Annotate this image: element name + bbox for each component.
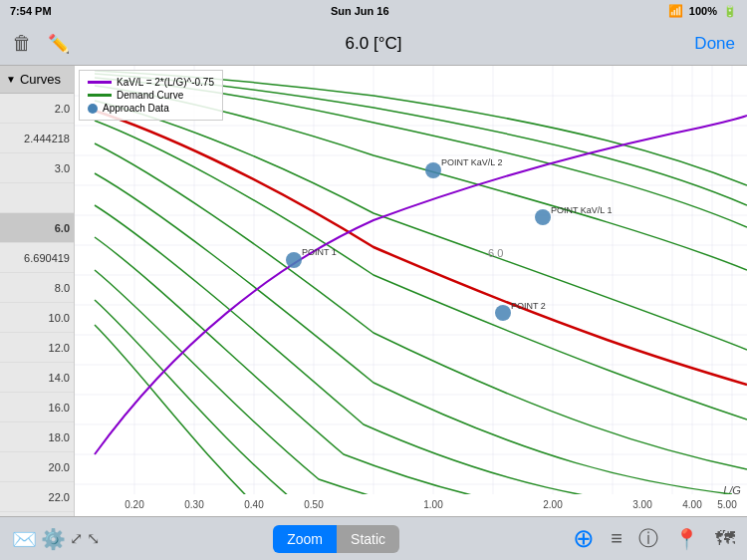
static-button[interactable]: Static xyxy=(337,525,399,553)
sidebar-value-12[interactable]: 20.0 xyxy=(0,452,74,482)
svg-text:0.20: 0.20 xyxy=(124,499,144,510)
toolbar: 🗑 ✏️ 6.0 [°C] Done xyxy=(0,22,747,66)
battery-label: 100% xyxy=(689,5,717,17)
legend-item-demand: Demand Curve xyxy=(88,90,214,101)
svg-text:POINT KaV/L 1: POINT KaV/L 1 xyxy=(551,205,613,215)
legend-line-demand xyxy=(88,94,112,97)
sidebar-value-5[interactable]: 6.690419 xyxy=(0,243,74,273)
sidebar-value-1[interactable]: 2.444218 xyxy=(0,124,74,153)
battery-icon: 🔋 xyxy=(723,5,737,18)
zoom-toggle: Zoom Static xyxy=(273,525,399,553)
bottom-right-icons: ⊕ ≡ ⓘ 📍 🗺 xyxy=(573,523,735,554)
sidebar-values: 2.02.4442183.06.06.6904198.010.012.014.0… xyxy=(0,94,74,516)
svg-text:POINT 2: POINT 2 xyxy=(511,301,546,311)
svg-text:POINT 1: POINT 1 xyxy=(302,247,337,257)
toolbar-left: 🗑 ✏️ xyxy=(12,32,70,55)
bottom-left-icons: ✉️ ⚙️ ⤢ ⤡ xyxy=(12,527,100,551)
sidebar-header-label: Curves xyxy=(20,72,61,87)
map-icon[interactable]: 🗺 xyxy=(715,527,735,550)
svg-text:6.0: 6.0 xyxy=(488,247,503,259)
svg-text:1.00: 1.00 xyxy=(423,499,443,510)
svg-text:5.00: 5.00 xyxy=(717,499,737,510)
toolbar-title: 6.0 [°C] xyxy=(0,34,747,54)
sidebar-value-13[interactable]: 22.0 xyxy=(0,482,74,512)
collapse-icon[interactable]: ⤡ xyxy=(87,529,100,548)
sidebar-value-6[interactable]: 8.0 xyxy=(0,273,74,303)
edit-icon[interactable]: ✏️ xyxy=(48,33,70,55)
status-right: 📶 100% 🔋 xyxy=(668,4,737,18)
point-kav1 xyxy=(535,209,551,225)
zoom-button[interactable]: Zoom xyxy=(273,525,337,553)
sidebar-value-8[interactable]: 12.0 xyxy=(0,333,74,363)
layers-icon[interactable]: ≡ xyxy=(611,527,622,550)
expand-icon[interactable]: ⤢ xyxy=(70,529,83,548)
location-icon[interactable]: 📍 xyxy=(674,527,699,551)
sidebar-value-0[interactable]: 2.0 xyxy=(0,94,74,124)
point-2 xyxy=(495,305,511,321)
main-area: ▼ Curves 2.02.4442183.06.06.6904198.010.… xyxy=(0,66,747,516)
legend-label-approach: Approach Data xyxy=(103,103,169,114)
legend: KaV/L = 2*(L/G)^-0.75 Demand Curve Appro… xyxy=(79,70,223,121)
legend-line-kav xyxy=(88,81,112,84)
svg-text:0.40: 0.40 xyxy=(244,499,264,510)
svg-text:3.00: 3.00 xyxy=(632,499,652,510)
point-1 xyxy=(286,252,302,268)
done-button[interactable]: Done xyxy=(694,34,735,54)
svg-text:0.30: 0.30 xyxy=(184,499,204,510)
chart-area[interactable]: KaV/L = 2*(L/G)^-0.75 Demand Curve Appro… xyxy=(75,66,747,516)
bottom-toolbar: ✉️ ⚙️ ⤢ ⤡ Zoom Static ⊕ ≡ ⓘ 📍 🗺 xyxy=(0,516,747,560)
svg-text:0.50: 0.50 xyxy=(304,499,324,510)
legend-label-kav: KaV/L = 2*(L/G)^-0.75 xyxy=(117,77,214,88)
sidebar-value-11[interactable]: 18.0 xyxy=(0,422,74,452)
legend-item-kav: KaV/L = 2*(L/G)^-0.75 xyxy=(88,77,214,88)
legend-item-approach: Approach Data xyxy=(88,103,214,114)
svg-text:POINT KaV/L 2: POINT KaV/L 2 xyxy=(441,157,503,167)
sidebar-header: ▼ Curves xyxy=(0,66,74,94)
mail-icon[interactable]: ✉️ xyxy=(12,527,37,551)
sidebar-value-7[interactable]: 10.0 xyxy=(0,303,74,333)
settings-icon[interactable]: ⚙️ xyxy=(41,527,66,551)
status-date: Sun Jun 16 xyxy=(331,5,389,17)
svg-text:L/G: L/G xyxy=(723,484,741,496)
point-kav2 xyxy=(425,162,441,178)
trash-icon[interactable]: 🗑 xyxy=(12,32,32,55)
legend-dot-approach xyxy=(88,104,98,114)
status-bar: 7:54 PM Sun Jun 16 📶 100% 🔋 xyxy=(0,0,747,22)
info-icon[interactable]: ⓘ xyxy=(638,525,658,552)
svg-text:2.00: 2.00 xyxy=(543,499,563,510)
sidebar-value-2[interactable]: 3.0 xyxy=(0,153,74,183)
svg-text:4.00: 4.00 xyxy=(682,499,702,510)
legend-label-demand: Demand Curve xyxy=(117,90,183,101)
sidebar-value-3[interactable] xyxy=(0,183,74,213)
add-icon[interactable]: ⊕ xyxy=(573,523,595,554)
sidebar: ▼ Curves 2.02.4442183.06.06.6904198.010.… xyxy=(0,66,75,516)
sidebar-value-10[interactable]: 16.0 xyxy=(0,393,74,422)
sidebar-value-4[interactable]: 6.0 xyxy=(0,213,74,243)
sidebar-value-9[interactable]: 14.0 xyxy=(0,363,74,393)
wifi-icon: 📶 xyxy=(668,4,683,18)
chevron-down-icon: ▼ xyxy=(6,74,16,85)
chart-svg: 0.20 0.30 0.40 0.50 1.00 2.00 3.00 4.00 … xyxy=(75,66,747,516)
status-time: 7:54 PM xyxy=(10,5,52,17)
